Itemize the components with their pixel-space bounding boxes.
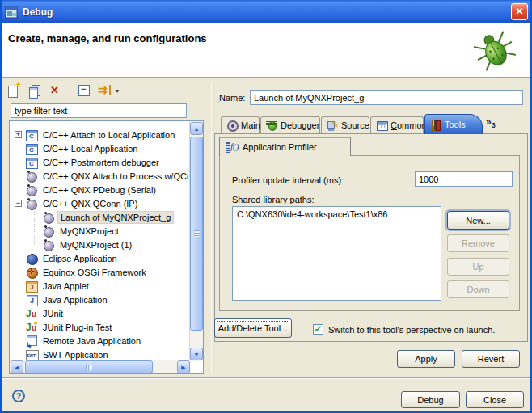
tree-item[interactable]: C/C++ QNX Attach to Process w/QCo — [10, 169, 189, 183]
remote-configuration-icon — [25, 335, 38, 348]
junitp-configuration-icon — [25, 321, 38, 334]
collapse-all-button[interactable] — [77, 83, 91, 98]
tree-item[interactable]: MyQNXProject (1) — [10, 238, 189, 251]
horizontal-scroll-thumb[interactable] — [25, 360, 153, 373]
switch-perspective-checkbox[interactable]: ✓ — [313, 324, 323, 335]
tree-item[interactable]: Launch of MyQNXProject_g — [10, 210, 189, 224]
tree-item-label: C/C++ Postmortem debugger — [40, 157, 162, 168]
tree-rows: +C/C++ Attach to Local ApplicationC/C++ … — [10, 121, 189, 360]
scroll-right-arrow-icon[interactable]: ▶ — [177, 360, 190, 373]
new-configuration-button[interactable] — [6, 83, 21, 98]
configurations-toolbar: ▾ — [6, 82, 119, 99]
tree-item-label: Launch of MyQNXProject_g — [57, 211, 174, 224]
tab-tools-label: Tools — [445, 120, 466, 129]
tab-common[interactable]: Common — [370, 116, 424, 133]
main-tab-icon — [226, 120, 238, 131]
filter-input[interactable] — [11, 103, 187, 118]
qnx-configuration-icon — [42, 211, 55, 224]
tree-item[interactable]: MyQNXProject — [10, 224, 189, 238]
remove-path-button[interactable]: Remove — [447, 234, 509, 252]
new-path-button[interactable]: New... — [447, 211, 509, 230]
subtab-label: Application Profiler — [243, 142, 317, 152]
tree-item-label: Java Application — [40, 294, 110, 306]
tree-item[interactable]: C/C++ QNX PDebug (Serial) — [10, 183, 189, 196]
collapse-icon[interactable]: − — [15, 200, 22, 207]
tab-overflow-chevron[interactable]: »3 — [486, 116, 496, 129]
window-icon — [5, 6, 18, 19]
close-window-button[interactable]: ✕ — [511, 3, 528, 20]
revert-button[interactable]: Revert — [462, 350, 520, 368]
tree-vertical-scrollbar: ▲ ▼ — [189, 121, 203, 361]
tab-source[interactable]: Source — [321, 116, 369, 133]
tree-item[interactable]: Eclipse Application — [10, 251, 189, 265]
apply-button[interactable]: Apply — [397, 350, 455, 368]
expand-icon[interactable]: + — [15, 131, 22, 138]
tree-item-label: C/C++ Attach to Local Application — [40, 129, 177, 141]
tree-item-label: Remote Java Application — [40, 335, 143, 347]
tab-debugger-label: Debugger — [281, 120, 319, 130]
eclipse-configuration-icon — [25, 252, 38, 265]
tab-main[interactable]: Main — [221, 116, 260, 133]
panel-sash[interactable] — [211, 82, 212, 374]
tree-horizontal-scrollbar: ◀ ▶ — [10, 360, 191, 373]
toolbar-separator — [70, 84, 70, 97]
tree-item-label: C/C++ QNX QConn (IP) — [40, 198, 140, 209]
qnx-configuration-icon — [25, 183, 38, 196]
tree-item[interactable]: JUnit — [10, 306, 189, 320]
shared-library-paths-list[interactable]: C:\QNX630\ide4-workspace\Test1\x86 — [232, 206, 441, 301]
delete-configuration-button[interactable] — [49, 83, 63, 98]
tab-debugger[interactable]: Debugger — [260, 116, 320, 133]
debug-button[interactable]: Debug — [401, 391, 460, 408]
move-down-button[interactable]: Down — [447, 280, 509, 298]
tree-item[interactable]: JUnit Plug-in Test — [10, 320, 189, 334]
qnx-configuration-icon — [25, 170, 38, 183]
configurations-tree: +C/C++ Attach to Local ApplicationC/C++ … — [9, 120, 204, 374]
swt-configuration-icon — [25, 348, 38, 360]
tree-item-label: C/C++ Local Application — [40, 143, 140, 154]
tab-common-label: Common — [391, 120, 427, 130]
name-input[interactable] — [250, 90, 523, 105]
tree-item[interactable]: Equinox OSGi Framework — [10, 265, 189, 279]
common-tab-icon — [376, 120, 387, 131]
library-path-item[interactable]: C:\QNX630\ide4-workspace\Test1\x86 — [235, 209, 438, 220]
tree-item[interactable]: +C/C++ Attach to Local Application — [10, 128, 189, 141]
tree-guide-line — [34, 209, 35, 245]
subtab-application-profiler[interactable]: Application Profiler — [219, 137, 351, 156]
footer-separator — [2, 377, 530, 379]
scroll-up-arrow-icon[interactable]: ▲ — [190, 122, 203, 135]
source-tab-icon — [327, 120, 338, 131]
interval-input[interactable] — [415, 171, 513, 187]
duplicate-configuration-button[interactable] — [27, 83, 42, 98]
tree-item[interactable]: Remote Java Application — [10, 334, 189, 348]
scroll-left-arrow-icon[interactable]: ◀ — [11, 360, 23, 373]
tree-item[interactable]: −C/C++ QNX QConn (IP) — [10, 196, 189, 210]
tree-item[interactable]: Java Applet — [10, 279, 189, 293]
filter-menu-caret-icon[interactable]: ▾ — [116, 87, 119, 95]
move-up-button[interactable]: Up — [447, 258, 509, 276]
close-button[interactable]: Close — [466, 391, 524, 408]
debug-dialog: Debug ✕ Create, manage, and run configur… — [0, 0, 532, 413]
tree-item-label: JUnit — [40, 308, 65, 319]
interval-label: Profiler update interval (ms): — [232, 175, 344, 185]
qnx-configuration-icon — [25, 197, 38, 210]
applet-configuration-icon — [25, 280, 38, 293]
tab-tools[interactable]: Tools — [424, 114, 483, 134]
tree-item-label: C/C++ QNX PDebug (Serial) — [40, 184, 158, 196]
add-delete-tool-button[interactable]: Add/Delete Tool... — [214, 318, 292, 338]
vertical-scroll-thumb[interactable] — [190, 137, 203, 331]
tree-item[interactable]: C/C++ Postmortem debugger — [10, 155, 189, 169]
name-label: Name: — [219, 93, 245, 103]
help-button[interactable]: ? — [12, 390, 25, 402]
chevron-icon: » — [486, 116, 492, 128]
tree-item[interactable]: Java Application — [10, 293, 189, 306]
dialog-header: Create, manage, and run configurations — [0, 23, 532, 78]
tools-tab-icon — [430, 119, 441, 130]
filter-button[interactable] — [98, 83, 112, 98]
equinox-configuration-icon — [25, 266, 38, 279]
switch-perspective-label: Switch to this tool's perspective on lau… — [328, 325, 495, 335]
c-configuration-icon — [25, 129, 38, 141]
tree-item[interactable]: SWT Application — [10, 348, 189, 360]
tree-item[interactable]: C/C++ Local Application — [10, 141, 189, 155]
scroll-down-arrow-icon[interactable]: ▼ — [190, 348, 203, 360]
c-configuration-icon — [25, 156, 38, 169]
